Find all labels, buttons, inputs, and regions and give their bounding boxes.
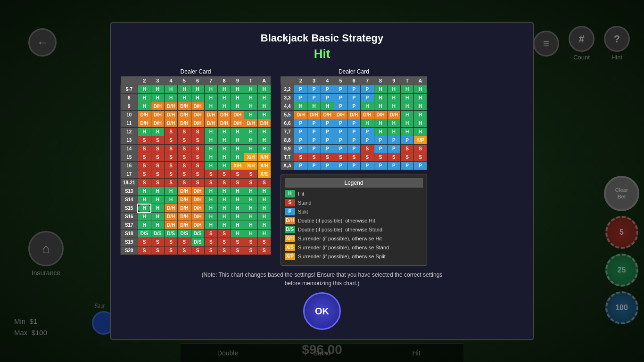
legend-text: Double (if possible), otherwise Stand <box>298 227 382 232</box>
pair-cell: P <box>321 162 334 170</box>
pair-cell: H <box>414 128 427 136</box>
pair-col-8: 8 <box>374 76 387 85</box>
legend-badge: H <box>285 190 295 197</box>
pair-row-label: A,A <box>281 162 294 170</box>
hard-cell: D/S <box>191 230 204 238</box>
hard-cell: D/H <box>178 102 191 111</box>
hard-cell: D/H <box>191 204 204 213</box>
hard-cell: X/H <box>244 162 257 170</box>
hard-cell: S <box>204 170 217 179</box>
hard-cell: D/H <box>165 111 178 119</box>
pair-cell: P <box>321 119 334 128</box>
hard-cell: D/H <box>151 119 164 128</box>
hard-table-section: Dealer Card 2 3 4 5 6 7 8 9 <box>120 68 271 266</box>
pair-cell: P <box>307 119 321 128</box>
hard-cell: D/H <box>178 111 191 119</box>
pair-cell: P <box>414 162 427 170</box>
hard-cell: X/H <box>257 162 271 170</box>
pair-cell: P <box>387 162 400 170</box>
hard-col-9: 9 <box>231 76 244 85</box>
hard-cell: S <box>178 145 191 153</box>
hard-cell: D/H <box>204 111 217 119</box>
pair-cell: P <box>321 94 334 102</box>
pair-cell: P <box>294 128 307 136</box>
pair-cell: H <box>414 102 427 111</box>
legend-text: Surrender (if possible), otherwise Stand <box>298 245 389 250</box>
hard-cell: H <box>217 128 231 136</box>
pair-cell: D/H <box>307 111 321 119</box>
pair-cell: H <box>374 94 387 102</box>
hard-cell: D/H <box>217 111 231 119</box>
hard-cell: S <box>138 145 151 153</box>
hard-cell: S <box>191 179 204 187</box>
pair-col-A: A <box>414 76 427 85</box>
hard-cell: H <box>231 221 244 230</box>
modal-note: (Note: This chart changes based the sett… <box>120 271 524 288</box>
hard-cell: D/H <box>191 221 204 230</box>
hard-cell: S <box>204 179 217 187</box>
pair-col-4: 4 <box>321 76 334 85</box>
pair-cell: H <box>307 102 321 111</box>
pair-cell: H <box>414 119 427 128</box>
ok-button[interactable]: OK <box>303 292 341 330</box>
hard-cell: H <box>217 204 231 213</box>
hard-cell: H <box>217 136 231 145</box>
hard-row-label: S16 <box>121 213 138 221</box>
legend-row: D/SDouble (if possible), otherwise Stand <box>285 226 423 233</box>
pair-cell: D/H <box>361 111 374 119</box>
hard-cell: D/H <box>178 213 191 221</box>
hard-cell: H <box>257 187 271 196</box>
hard-cell: D/H <box>165 102 178 111</box>
modal-title: Blackjack Basic Strategy <box>120 32 524 44</box>
hard-cell: S <box>217 179 231 187</box>
pair-cell: P <box>307 128 321 136</box>
hard-cell: H <box>231 136 244 145</box>
hard-cell: H <box>138 128 151 136</box>
legend-row: X/HSurrender (if possible), otherwise Hi… <box>285 235 423 242</box>
pair-col-9: 9 <box>387 76 400 85</box>
hard-cell: H <box>165 187 178 196</box>
hard-cell: H <box>204 153 217 162</box>
hard-cell: S <box>257 238 271 247</box>
legend-text: Double (if possible), otherwise Hit <box>298 218 375 223</box>
hard-cell: S <box>204 247 217 255</box>
pair-cell: P <box>294 119 307 128</box>
hard-cell: D/H <box>178 204 191 213</box>
hard-cell: S <box>178 162 191 170</box>
hard-cell: H <box>257 196 271 204</box>
hard-cell: H <box>151 94 164 102</box>
pair-cell: S <box>361 153 374 162</box>
hard-cell: H <box>231 187 244 196</box>
hard-cell: H <box>231 196 244 204</box>
hard-cell: H <box>204 102 217 111</box>
pair-cell: P <box>401 136 414 145</box>
hard-cell: D/H <box>165 119 178 128</box>
pair-cell: P <box>321 85 334 94</box>
legend-badge: D/H <box>285 217 295 224</box>
pair-cell: H <box>401 128 414 136</box>
hard-cell: S <box>138 179 151 187</box>
hard-cell: S <box>138 238 151 247</box>
hard-cell: S <box>151 170 164 179</box>
hard-cell: H <box>138 204 151 213</box>
pair-row-label: 9,9 <box>281 145 294 153</box>
hard-cell: H <box>138 213 151 221</box>
hard-cell: H <box>204 94 217 102</box>
pair-cell: S <box>334 153 347 162</box>
hard-cell: S <box>231 170 244 179</box>
hard-cell: H <box>231 102 244 111</box>
pair-cell: H <box>387 94 400 102</box>
pair-cell: H <box>414 111 427 119</box>
pair-cell: H <box>294 102 307 111</box>
pair-cell: D/H <box>374 111 387 119</box>
pair-col-T: T <box>401 76 414 85</box>
hard-cell: S <box>178 238 191 247</box>
pair-cell: H <box>401 102 414 111</box>
hard-cell: S <box>165 170 178 179</box>
pair-cell: P <box>347 136 361 145</box>
pair-cell: D/H <box>321 111 334 119</box>
hard-cell: S <box>165 238 178 247</box>
hard-row-label: S17 <box>121 221 138 230</box>
hard-cell: H <box>244 94 257 102</box>
pair-cell: P <box>307 136 321 145</box>
